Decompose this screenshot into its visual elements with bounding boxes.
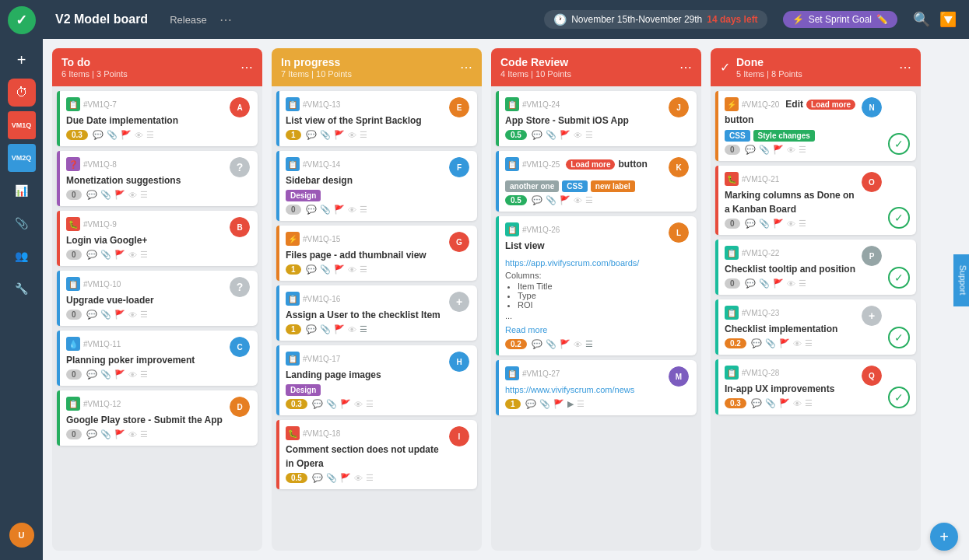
flag-icon: 🚩 — [114, 250, 125, 260]
card-type-bar — [715, 359, 718, 415]
card-points: 1 — [286, 264, 301, 275]
card-points: 0 — [66, 369, 82, 380]
card-type-bar — [57, 271, 60, 326]
flag-icon: 🚩 — [773, 145, 784, 155]
add-column-button[interactable]: + — [930, 523, 958, 551]
column-header-inprogress: In progress 7 Items | 10 Points ⋯ — [272, 48, 482, 86]
column-menu-todo[interactable]: ⋯ — [240, 60, 253, 75]
card-avatar: M — [669, 366, 689, 387]
top-navbar: V2 Model board Release ⋯ 🕐 November 15th… — [43, 0, 969, 39]
column-title-done: Done — [736, 56, 802, 68]
sprint-days-left: 14 days left — [707, 14, 757, 25]
card-id-title: 📋 #VM1Q-7 Due Date implementation — [66, 97, 225, 127]
card-top: ❓ #VM1Q-8 Monetization suggestions ? — [66, 157, 250, 187]
sprint-clock-icon: 🕐 — [553, 13, 567, 26]
card-icons: 💬 📎 🚩 👁 ☰ — [86, 369, 148, 380]
card-points: 0 — [725, 145, 740, 155]
card-vm1q-14: 📋 #VM1Q-14 Sidebar design F Design — [276, 151, 477, 221]
comment-icon: 💬 — [751, 338, 762, 348]
card-id-title: 💧 #VM1Q-11 Planning poker improvement — [66, 337, 225, 366]
eye-icon: 👁 — [787, 279, 795, 289]
column-meta-inprogress: 7 Items | 10 Points — [281, 69, 352, 79]
card-points: 0 — [286, 205, 301, 215]
flag-icon: 🚩 — [553, 399, 564, 409]
list-icon: ☰ — [577, 399, 585, 409]
sidebar-item-tools[interactable]: 🔧 — [8, 275, 36, 303]
column-menu-inprogress[interactable]: ⋯ — [460, 60, 472, 75]
comment-icon: 💬 — [312, 399, 323, 409]
card-avatar: N — [862, 97, 882, 117]
card-link[interactable]: https://app.vivifyscrum.com/boards/ — [505, 258, 639, 268]
sidebar-item-chart[interactable]: 📊 — [8, 177, 36, 205]
card-vm1q-24: 📋 #VM1Q-24 App Store - Submit iOS App J … — [496, 91, 697, 146]
card-title: App Store - Submit iOS App — [505, 115, 629, 126]
eye-icon: 👁 — [787, 219, 795, 229]
card-id: #VM1Q-12 — [83, 400, 121, 408]
attach-icon: 📎 — [765, 398, 776, 408]
eye-icon: 👁 — [348, 325, 356, 334]
attach-icon: 📎 — [759, 145, 770, 155]
card-id: #VM1Q-18 — [303, 429, 340, 438]
sprint-goal-icon: ⚡ — [792, 14, 804, 25]
comment-icon: 💬 — [525, 399, 536, 409]
sidebar-item-users[interactable]: 👥 — [8, 242, 36, 270]
columns-label: Columns: — [505, 271, 689, 280]
card-bottom: 0 💬 📎 🚩 👁 ☰ — [66, 190, 250, 200]
card-type-icon: ⚡ — [286, 232, 300, 246]
card-points: 0.5 — [505, 130, 527, 140]
card-title: Checklist implementation — [725, 324, 837, 334]
comment-icon: 💬 — [86, 310, 97, 320]
done-checkmark: ✓ — [888, 207, 910, 229]
card-bottom: 0 💬 📎 🚩 👁 ☰ — [66, 369, 250, 380]
column-menu-done[interactable]: ⋯ — [899, 60, 911, 75]
filter-icon[interactable]: 🔽 — [939, 11, 957, 28]
card-points: 0 — [725, 278, 740, 289]
card-icons: 💬 📎 🚩 👁 ☰ — [86, 429, 148, 439]
ellipsis: ... — [505, 311, 689, 320]
main-area: V2 Model board Release ⋯ 🕐 November 15th… — [43, 0, 969, 560]
sidebar-item-add[interactable]: + — [8, 46, 36, 74]
column-title-todo: To do — [61, 56, 128, 68]
card-type-icon: 💧 — [66, 337, 80, 351]
card-icons: 💬 📎 🚩 👁 ☰ — [86, 250, 148, 260]
card-type-bar — [276, 151, 279, 221]
column-body-done: ⚡ #VM1Q-20 Edit Load more button N — [711, 86, 921, 551]
release-label: Release — [170, 14, 207, 26]
set-sprint-goal-button[interactable]: ⚡ Set Sprint Goal ✏️ — [783, 11, 897, 28]
card-link[interactable]: https://www.vivifyscrum.com/news — [505, 385, 634, 394]
card-vm1q-22: 📋 #VM1Q-22 Checklist tooltip and positio… — [715, 240, 916, 295]
card-bottom: 0.3 💬 📎 🚩 👁 ☰ — [66, 130, 250, 140]
flag-icon: 🚩 — [560, 130, 571, 140]
eye-icon: 👁 — [128, 250, 137, 260]
card-avatar: Q — [862, 366, 882, 386]
flag-icon: 🚩 — [114, 429, 125, 439]
card-avatar: + — [862, 306, 882, 326]
topnav-actions: 🔍 🔽 — [913, 11, 957, 28]
card-avatar: E — [449, 97, 469, 117]
search-icon[interactable]: 🔍 — [913, 11, 930, 28]
board-container: To do 6 Items | 3 Points ⋯ 📋 #VM1Q-7 — [43, 39, 969, 560]
flag-icon: 🚩 — [340, 473, 351, 483]
card-points: 0 — [66, 310, 82, 320]
sidebar-item-vm1q[interactable]: VM1Q — [8, 111, 36, 139]
card-points: 0 — [66, 250, 82, 260]
sidebar-item-clip[interactable]: 📎 — [8, 209, 36, 237]
column-body-todo: 📋 #VM1Q-7 Due Date implementation A 0.3 — [52, 86, 262, 551]
support-tab[interactable]: Support — [954, 254, 969, 306]
flag-icon: 🚩 — [773, 219, 784, 229]
card-avatar: ? — [230, 157, 250, 177]
user-avatar[interactable]: U — [9, 523, 34, 548]
eye-icon: 👁 — [348, 265, 356, 275]
list-icon: ☰ — [799, 219, 806, 229]
sidebar-item-vm2q[interactable]: VM2Q — [8, 144, 36, 172]
column-menu-codereview[interactable]: ⋯ — [679, 60, 692, 75]
card-type-icon: 📋 — [505, 222, 519, 236]
read-more-link[interactable]: Read more — [505, 325, 547, 334]
sidebar-item-timer[interactable]: ⏱ — [8, 79, 36, 107]
card-avatar: F — [449, 157, 469, 177]
board-menu-dots[interactable]: ⋯ — [219, 12, 232, 27]
column-header-todo: To do 6 Items | 3 Points ⋯ — [52, 48, 262, 86]
card-id: #VM1Q-14 — [303, 160, 340, 169]
card-id: #VM1Q-13 — [303, 100, 340, 109]
app-logo[interactable]: ✓ — [8, 6, 36, 34]
